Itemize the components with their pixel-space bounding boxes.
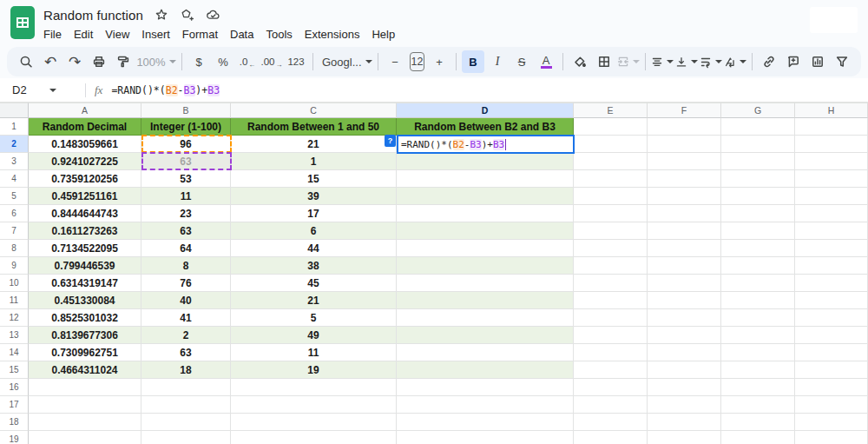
text-rotation-icon[interactable] (724, 50, 746, 73)
cell-C12[interactable]: 5 (231, 309, 397, 327)
row-header-10[interactable]: 10 (0, 275, 29, 292)
cell-E6[interactable] (574, 205, 648, 222)
currency-icon[interactable]: $ (187, 50, 210, 73)
menu-format[interactable]: Format (176, 26, 224, 43)
cell-B11[interactable]: 40 (141, 292, 231, 309)
cell-E15[interactable] (574, 361, 648, 379)
percent-icon[interactable]: % (212, 50, 234, 73)
cell-E7[interactable] (574, 222, 648, 240)
row-header-6[interactable]: 6 (0, 205, 29, 222)
strikethrough-icon[interactable]: S (510, 50, 533, 73)
row-header-17[interactable]: 17 (0, 396, 29, 414)
insert-comment-icon[interactable] (782, 50, 805, 73)
cell-A17[interactable] (29, 396, 141, 414)
cell-D3[interactable] (397, 153, 574, 170)
text-color-icon[interactable]: A (535, 50, 557, 73)
cell-G10[interactable] (721, 275, 795, 292)
cell-F2[interactable] (648, 136, 721, 153)
cell-D7[interactable] (397, 222, 574, 240)
column-header-A[interactable]: A (29, 103, 141, 118)
cell-E17[interactable] (574, 396, 648, 414)
cell-H7[interactable] (795, 222, 868, 240)
cell-B2[interactable]: 96 (141, 136, 231, 153)
cell-H4[interactable] (795, 170, 868, 188)
row-header-13[interactable]: 13 (0, 327, 29, 344)
cell-G16[interactable] (721, 379, 795, 396)
cell-A16[interactable] (29, 379, 141, 396)
cell-F11[interactable] (648, 292, 721, 309)
cell-F9[interactable] (648, 257, 721, 275)
cell-B16[interactable] (141, 379, 231, 396)
cell-D9[interactable] (397, 257, 574, 275)
cell-A19[interactable] (29, 431, 141, 444)
cell-D8[interactable] (397, 240, 574, 257)
cell-C13[interactable]: 49 (231, 327, 397, 344)
cell-F12[interactable] (648, 309, 721, 327)
cell-E10[interactable] (574, 275, 648, 292)
cell-D15[interactable] (397, 361, 574, 379)
cell-E13[interactable] (574, 327, 648, 344)
cell-E16[interactable] (574, 379, 648, 396)
cell-A9[interactable]: 0.799446539 (29, 257, 141, 275)
cell-D11[interactable] (397, 292, 574, 309)
cell-G19[interactable] (721, 431, 795, 444)
search-icon[interactable] (15, 50, 37, 73)
cell-H16[interactable] (795, 379, 868, 396)
cell-E3[interactable] (574, 153, 648, 170)
cell-A11[interactable]: 0.451330084 (29, 292, 141, 309)
cell-D16[interactable] (397, 379, 574, 396)
menu-tools[interactable]: Tools (260, 26, 298, 43)
row-header-19[interactable]: 19 (0, 431, 29, 444)
cell-B14[interactable]: 63 (141, 344, 231, 361)
cell-F10[interactable] (648, 275, 721, 292)
cell-D5[interactable] (397, 188, 574, 205)
cell-H14[interactable] (795, 344, 868, 361)
row-header-5[interactable]: 5 (0, 188, 29, 205)
cell-G5[interactable] (721, 188, 795, 205)
cell-C3[interactable]: 1 (231, 153, 397, 170)
sheets-logo[interactable] (10, 6, 35, 39)
cell-A4[interactable]: 0.7359120256 (29, 170, 141, 188)
cell-B9[interactable]: 8 (141, 257, 231, 275)
font-size-box[interactable]: 12 (410, 52, 424, 71)
cell-H19[interactable] (795, 431, 868, 444)
cell-F5[interactable] (648, 188, 721, 205)
cell-F4[interactable] (648, 170, 721, 188)
cell-A2[interactable]: 0.1483059661 (29, 136, 141, 153)
cell-G4[interactable] (721, 170, 795, 188)
menu-view[interactable]: View (99, 26, 135, 43)
vertical-align-icon[interactable] (675, 50, 698, 73)
cell-B6[interactable]: 23 (141, 205, 231, 222)
increase-decimal-icon[interactable]: .00→ (260, 50, 283, 73)
row-header-18[interactable]: 18 (0, 414, 29, 431)
cell-H18[interactable] (795, 414, 868, 431)
menu-extensions[interactable]: Extensions (299, 26, 366, 43)
cell-G9[interactable] (721, 257, 795, 275)
cell-C2[interactable]: 21 (231, 136, 397, 153)
spreadsheet-grid[interactable]: ABCDEFGH1Random DecimalInteger (1-100)Ra… (0, 103, 868, 444)
row-header-2[interactable]: 2 (0, 136, 29, 153)
cell-B19[interactable] (141, 431, 231, 444)
cell-H10[interactable] (795, 275, 868, 292)
cell-A5[interactable]: 0.4591251161 (29, 188, 141, 205)
cell-C9[interactable]: 38 (231, 257, 397, 275)
text-wrap-icon[interactable] (700, 50, 722, 73)
cell-C19[interactable] (231, 431, 397, 444)
cell-D10[interactable] (397, 275, 574, 292)
cell-G8[interactable] (721, 240, 795, 257)
cell-H13[interactable] (795, 327, 868, 344)
cell-C18[interactable] (231, 414, 397, 431)
cell-E2[interactable] (574, 136, 648, 153)
cell-D18[interactable] (397, 414, 574, 431)
cell-B12[interactable]: 41 (141, 309, 231, 327)
cell-E8[interactable] (574, 240, 648, 257)
cell-A3[interactable]: 0.9241027225 (29, 153, 141, 170)
cell-C11[interactable]: 21 (231, 292, 397, 309)
formula-help-badge[interactable]: ? (385, 135, 396, 147)
row-header-14[interactable]: 14 (0, 344, 29, 361)
row-header-12[interactable]: 12 (0, 309, 29, 327)
column-header-H[interactable]: H (795, 103, 868, 118)
cloud-status-icon[interactable] (206, 8, 221, 22)
row-header-3[interactable]: 3 (0, 153, 29, 170)
cell-G3[interactable] (721, 153, 795, 170)
